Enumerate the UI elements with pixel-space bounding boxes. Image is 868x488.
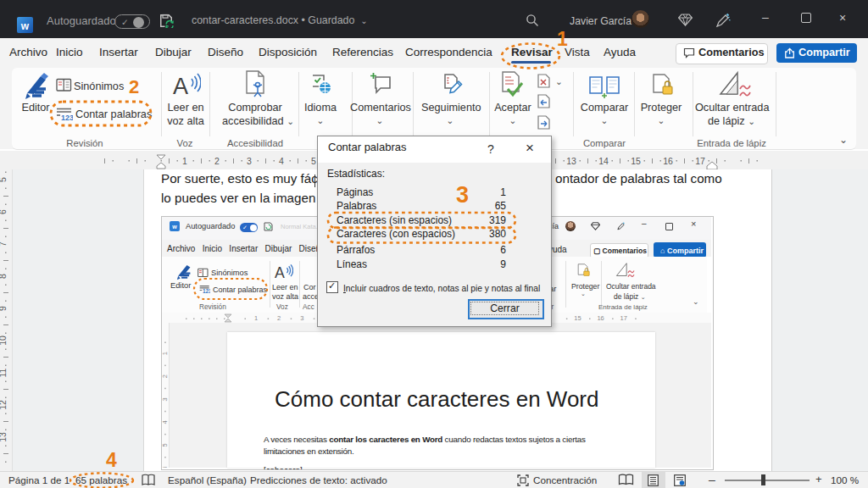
svg-text:2: 2 xyxy=(214,156,220,166)
svg-text:5: 5 xyxy=(162,443,169,446)
svg-text:3: 3 xyxy=(300,314,303,322)
svg-text:2: 2 xyxy=(277,314,281,322)
svg-text:A: A xyxy=(275,264,285,281)
svg-text:4: 4 xyxy=(279,156,284,166)
svg-text:4: 4 xyxy=(162,420,169,424)
svg-text:14: 14 xyxy=(598,156,609,166)
svg-text:1: 1 xyxy=(182,156,187,166)
svg-text:16: 16 xyxy=(597,314,604,322)
svg-text:13: 13 xyxy=(566,156,576,166)
svg-text:A: A xyxy=(173,74,188,99)
svg-text:16: 16 xyxy=(663,156,673,166)
svg-text:2: 2 xyxy=(162,374,169,378)
svg-text:3: 3 xyxy=(162,397,169,401)
svg-text:15: 15 xyxy=(631,156,641,166)
svg-text:6: 6 xyxy=(162,467,169,468)
svg-text:5: 5 xyxy=(311,156,316,166)
svg-text:17: 17 xyxy=(695,156,705,166)
svg-text:15: 15 xyxy=(574,314,581,322)
svg-text:17: 17 xyxy=(620,314,627,322)
svg-text:1: 1 xyxy=(162,352,169,355)
svg-text:3: 3 xyxy=(247,156,252,166)
svg-text:w: w xyxy=(171,224,177,230)
svg-text:1: 1 xyxy=(254,314,258,322)
svg-text:w: w xyxy=(20,20,30,32)
